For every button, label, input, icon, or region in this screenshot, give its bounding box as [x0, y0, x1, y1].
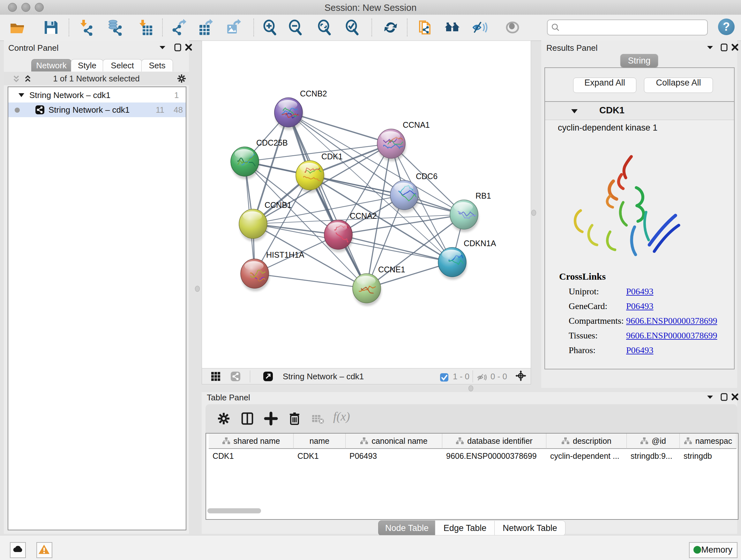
node-CDC6[interactable]	[390, 180, 419, 212]
tree-options-gear-icon[interactable]	[176, 73, 187, 84]
table-float-icon[interactable]	[719, 391, 730, 402]
horizontal-splitter-handle[interactable]	[468, 385, 473, 391]
crosslink-value-link[interactable]: 9606.ENSP00000378699	[626, 330, 717, 341]
window-title: Session: New Session	[0, 3, 741, 13]
left-splitter-handle[interactable]	[195, 286, 200, 292]
float-panel-icon[interactable]	[172, 42, 183, 53]
crosslink-value-link[interactable]: P06493	[626, 345, 654, 355]
node-CCNE1[interactable]	[353, 273, 381, 306]
column-header-name[interactable]: name	[293, 434, 346, 449]
import-network-file-icon[interactable]	[78, 19, 94, 36]
column-header-shared-name[interactable]: shared name	[209, 434, 293, 449]
results-close-icon[interactable]	[730, 42, 740, 53]
tab-network-table[interactable]: Network Table	[494, 520, 565, 536]
network-collection-row[interactable]: String Network – cdk1 1	[8, 88, 186, 103]
open-session-icon[interactable]	[9, 19, 26, 36]
show-columns-icon[interactable]	[240, 411, 255, 426]
crosslink-value-link[interactable]: P06493	[626, 301, 654, 311]
hide-selected-icon[interactable]	[472, 19, 488, 36]
import-table-icon[interactable]	[137, 19, 153, 36]
table-cell-name[interactable]: CDK1	[293, 449, 345, 463]
warning-status-button[interactable]	[37, 542, 52, 558]
column-header-description[interactable]: description	[546, 434, 627, 449]
expand-all-button[interactable]: Expand All	[573, 78, 636, 93]
edge-CCNB2-CCNE1[interactable]	[288, 112, 367, 288]
network-node-count: 11	[156, 105, 164, 115]
close-panel-icon[interactable]	[183, 42, 194, 53]
table-horizontal-scrollbar[interactable]	[207, 508, 261, 513]
table-cell-shared-name[interactable]: CDK1	[209, 449, 293, 463]
export-table-icon[interactable]	[198, 19, 214, 36]
network-share-icon[interactable]	[230, 371, 241, 382]
results-menu-icon[interactable]	[704, 42, 716, 53]
tab-select[interactable]: Select	[103, 59, 142, 71]
node-CCNB2[interactable]	[274, 98, 303, 130]
node-label-RB1: RB1	[475, 191, 491, 200]
column-header-namespac[interactable]: namespac	[680, 434, 737, 449]
panel-menu-icon[interactable]	[157, 42, 168, 53]
table-cell-@id[interactable]: stringdb:9...	[627, 449, 679, 463]
tab-sets[interactable]: Sets	[141, 59, 173, 71]
column-header-database-identifier[interactable]: database identifier	[442, 434, 546, 449]
tab-string[interactable]: String	[620, 54, 658, 67]
memory-button[interactable]: Memory	[689, 542, 738, 558]
export-image-icon[interactable]	[226, 19, 242, 36]
export-network-icon[interactable]	[171, 19, 188, 36]
edge-HIST1H1A-CCNE1[interactable]	[255, 273, 367, 288]
delete-column-icon[interactable]	[287, 411, 302, 426]
results-float-icon[interactable]	[719, 42, 730, 53]
node-table[interactable]: shared namenamecanonical namedatabase id…	[205, 433, 738, 520]
gene-collapse-icon[interactable]	[570, 108, 578, 114]
tab-style[interactable]: Style	[71, 59, 104, 71]
cloud-status-button[interactable]	[10, 542, 26, 558]
table-options-gear-icon[interactable]	[216, 411, 231, 426]
table-cell-description[interactable]: cyclin-dependent ...	[546, 449, 626, 463]
node-CCNB1[interactable]	[239, 209, 268, 241]
birds-eye-view-icon[interactable]	[515, 370, 528, 382]
collection-expander-icon[interactable]	[18, 92, 25, 98]
tab-network[interactable]: Network	[31, 59, 71, 71]
open-in-new-window-icon[interactable]	[263, 371, 273, 382]
table-cell-canonical-name[interactable]: P06493	[346, 449, 442, 463]
node-CDC25B[interactable]	[231, 147, 259, 179]
network-row[interactable]: String Network – cdk1 11 48	[8, 103, 186, 117]
column-header-@id[interactable]: @id	[627, 434, 680, 449]
show-all-icon[interactable]	[504, 19, 521, 36]
node-HIST1H1A[interactable]	[241, 259, 269, 291]
table-close-icon[interactable]	[730, 391, 740, 402]
refresh-icon[interactable]	[382, 19, 399, 36]
save-session-icon[interactable]	[43, 19, 59, 36]
right-splitter-handle[interactable]	[531, 210, 536, 216]
node-CCNA2[interactable]	[324, 220, 353, 252]
nested-networks-icon[interactable]	[444, 19, 461, 36]
search-input[interactable]	[563, 21, 704, 34]
help-button[interactable]: ?	[718, 18, 735, 35]
network-canvas[interactable]: CCNB2CCNA1CDC25BCDK1CDC6RB1CCNB1CCNA2CDK…	[202, 41, 531, 369]
tab-node-table[interactable]: Node Table	[378, 520, 435, 536]
edge-CCNB2-CCNA1[interactable]	[288, 112, 391, 144]
open-document-share-icon[interactable]	[417, 19, 434, 36]
grid-view-icon[interactable]	[210, 371, 221, 382]
node-CCNA1[interactable]	[377, 129, 406, 161]
hidden-eye-slash-icon	[476, 372, 487, 383]
zoom-in-icon[interactable]	[261, 19, 278, 36]
collapse-all-button[interactable]: Collapse All	[644, 78, 713, 93]
crosslink-label: Compartments:	[569, 316, 624, 326]
table-cell-namespac[interactable]: stringdb	[680, 449, 736, 463]
column-header-canonical-name[interactable]: canonical name	[346, 434, 442, 449]
import-network-database-icon[interactable]	[107, 19, 123, 36]
zoom-out-icon[interactable]	[287, 19, 304, 36]
selected-checkbox-icon[interactable]	[439, 372, 450, 383]
add-column-icon[interactable]	[264, 411, 278, 426]
table-menu-icon[interactable]	[704, 391, 716, 402]
gene-header-row[interactable]: CDK1	[545, 102, 734, 120]
tab-edge-table[interactable]: Edge Table	[435, 520, 495, 536]
node-CDKN1A[interactable]	[438, 247, 467, 280]
crosslink-value-link[interactable]: P06493	[626, 287, 654, 297]
table-cell-database-identifier[interactable]: 9606.ENSP00000378699	[442, 449, 546, 463]
zoom-fit-icon[interactable]	[316, 19, 333, 36]
zoom-selected-icon[interactable]	[344, 19, 360, 36]
node-CDK1[interactable]	[296, 161, 325, 193]
node-RB1[interactable]	[450, 200, 479, 232]
crosslink-value-link[interactable]: 9606.ENSP00000378699	[626, 316, 717, 326]
